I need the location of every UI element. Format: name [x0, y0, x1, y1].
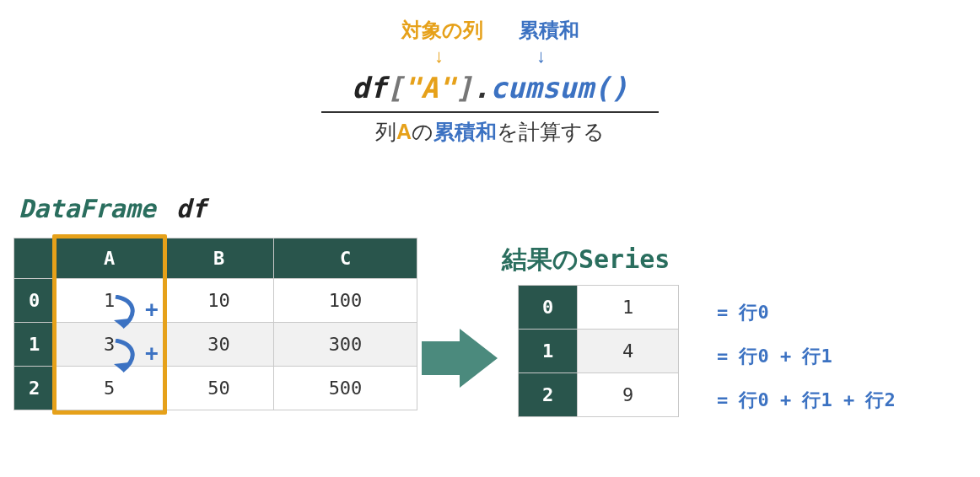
code-dot: . [473, 71, 490, 105]
row-index: 2 [519, 373, 578, 417]
top-labels-row: 対象の列 累積和 [17, 17, 963, 44]
table-row: 1 3 30 300 [14, 323, 417, 367]
svg-marker-2 [422, 329, 498, 388]
formula-row1: = 行0 + 行1 [717, 335, 896, 378]
cell: 100 [274, 279, 417, 323]
down-arrow-icon: ↓ [536, 46, 546, 67]
table-row: 0 1 [519, 286, 679, 330]
code-caption: 列Aの累積和を計算する [17, 118, 963, 146]
table-row: 0 1 10 100 [14, 279, 417, 323]
result-series-table: 0 1 1 4 2 9 [518, 285, 679, 417]
cell: 4 [578, 330, 679, 373]
dataframe-class: DataFrame [19, 194, 156, 223]
row-index: 1 [14, 323, 55, 367]
dataframe-title: DataFrame df [19, 194, 207, 223]
result-title: 結果のSeries [502, 243, 670, 277]
column-header-C: C [274, 238, 417, 279]
formula-row2: = 行0 + 行1 + 行2 [717, 378, 896, 422]
cell: 50 [164, 367, 274, 410]
cell: 10 [164, 279, 274, 323]
code-quote: " [439, 71, 455, 105]
source-dataframe-table: A B C 0 1 10 100 1 3 30 300 2 5 50 500 [13, 238, 417, 410]
big-right-arrow-icon [422, 329, 498, 388]
formula-row0: = 行0 [717, 291, 896, 335]
curved-arrow-icon [105, 339, 143, 378]
horizontal-divider [321, 111, 659, 113]
caption-col: A [396, 120, 412, 143]
formula-explanations: = 行0 = 行0 + 行1 = 行0 + 行1 + 行2 [717, 291, 896, 422]
dataframe-var: df [176, 194, 207, 223]
column-header-A: A [55, 238, 164, 279]
row-index: 2 [14, 367, 55, 410]
code-column: A [421, 71, 438, 105]
plus-icon: + [145, 340, 159, 366]
table-corner [14, 238, 55, 279]
code-bracket-close: ] [455, 71, 472, 105]
cell: 30 [164, 323, 274, 367]
column-header-B: B [164, 238, 274, 279]
row-index: 0 [519, 286, 578, 330]
table-header-row: A B C [14, 238, 417, 279]
code-quote: " [404, 71, 421, 105]
plus-icon: + [145, 297, 159, 322]
cell: 300 [274, 323, 417, 367]
table-row: 1 4 [519, 330, 679, 373]
code-expression: df["A"].cumsum() [17, 71, 963, 105]
cell: 1 [578, 286, 679, 330]
label-cumsum: 累積和 [519, 17, 579, 44]
label-target-column: 対象の列 [401, 17, 483, 44]
code-fn: cumsum [490, 71, 594, 105]
row-index: 0 [14, 279, 55, 323]
caption-cumsum-text: 累積和 [433, 120, 497, 143]
code-paren: () [594, 71, 628, 105]
code-df: df [352, 71, 386, 105]
row-index: 1 [519, 330, 578, 373]
curved-arrow-icon [105, 295, 143, 334]
caption-text: 列 [375, 120, 396, 143]
code-bracket-open: [ [386, 71, 403, 105]
caption-text: を計算する [497, 120, 605, 143]
cell: 500 [274, 367, 417, 410]
table-row: 2 5 50 500 [14, 367, 417, 410]
table-row: 2 9 [519, 373, 679, 417]
down-arrow-icon: ↓ [434, 46, 444, 67]
caption-text: の [412, 120, 433, 143]
cell: 9 [578, 373, 679, 417]
top-arrows-row: ↓ ↓ [17, 44, 963, 67]
